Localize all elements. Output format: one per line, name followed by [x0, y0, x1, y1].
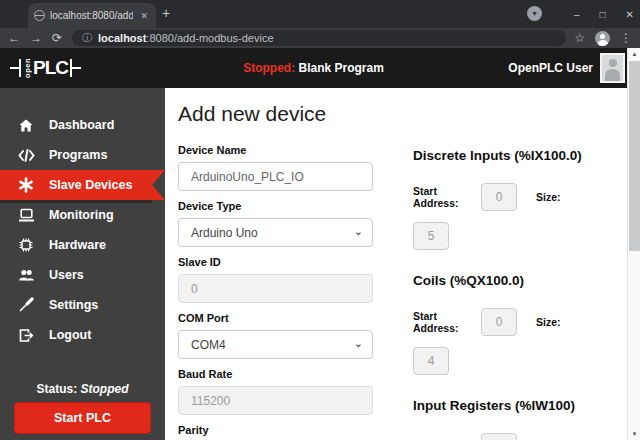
device-name-label: Device Name [178, 144, 373, 156]
device-type-select[interactable]: Arduino Uno ⌄ [178, 218, 373, 247]
discrete-inputs-row: Start Address: Size: [413, 183, 618, 211]
back-icon[interactable]: ← [8, 32, 20, 44]
app-header: open PLC Stopped: Blank Program OpenPLC … [0, 48, 627, 88]
reload-icon[interactable]: ⟳ [52, 32, 62, 44]
home-icon [17, 117, 35, 133]
sidebar-item-monitoring[interactable]: Monitoring [0, 200, 165, 230]
tool-icon [17, 297, 35, 313]
forward-icon[interactable]: → [30, 32, 42, 44]
slave-id-label: Slave ID [178, 256, 373, 268]
page-scrollbar[interactable]: ▲ ▼ [627, 48, 640, 440]
discrete-inputs-start-input [481, 183, 517, 211]
baud-rate-label: Baud Rate [178, 368, 373, 380]
sidebar-item-settings[interactable]: Settings [0, 290, 165, 320]
start-address-label: Start Address: [413, 310, 481, 334]
coils-start-input [481, 308, 517, 336]
sidebar-item-dashboard[interactable]: Dashboard [0, 110, 165, 140]
chevron-down-icon: ⌄ [354, 337, 363, 350]
code-icon [17, 147, 35, 163]
io-config-column: Discrete Inputs (%IX100.0) Start Address… [413, 148, 618, 440]
device-type-label: Device Type [178, 200, 373, 212]
globe-favicon-icon [34, 10, 45, 21]
baud-rate-input [178, 386, 373, 415]
device-form: Device Name Device Type Arduino Uno ⌄ Sl… [178, 144, 373, 440]
tab-title: localhost:8080/add-modbus-dev [50, 10, 133, 21]
size-label: Size: [536, 191, 561, 203]
start-plc-button[interactable]: Start PLC [14, 402, 151, 434]
discrete-inputs-title: Discrete Inputs (%IX100.0) [413, 148, 618, 163]
scroll-up-icon[interactable]: ▲ [628, 51, 640, 57]
url-text: localhost:8080/add-modbus-device [98, 32, 274, 44]
coils-title: Coils (%QX100.0) [413, 273, 618, 288]
maximize-button[interactable]: □ [600, 9, 606, 20]
input-registers-row [413, 433, 618, 440]
user-name: OpenPLC User [508, 61, 593, 75]
logout-icon [17, 327, 35, 343]
com-port-label: COM Port [178, 312, 373, 324]
scrollbar-thumb[interactable] [629, 61, 640, 251]
tab-search-icon[interactable]: ▾ [527, 6, 542, 21]
browser-tab[interactable]: localhost:8080/add-modbus-dev ✕ [28, 3, 156, 28]
page-title: Add new device [178, 102, 326, 126]
sidebar-item-hardware[interactable]: Hardware [0, 230, 165, 260]
sidebar-status-value: Stopped [81, 382, 129, 396]
sidebar-status: Status: Stopped [0, 382, 165, 396]
size-label: Size: [536, 316, 561, 328]
page-viewport: open PLC Stopped: Blank Program OpenPLC … [0, 48, 640, 440]
new-tab-button[interactable]: + [162, 6, 170, 20]
input-registers-start-input [481, 433, 517, 440]
sidebar: Dashboard Programs Slave Devices Monitor… [0, 88, 165, 440]
close-button[interactable]: ✕ [626, 9, 634, 20]
url-bar[interactable]: ⓘ localhost:8080/add-modbus-device [72, 30, 566, 46]
url-path: :8080/add-modbus-device [146, 32, 273, 44]
sidebar-item-logout[interactable]: Logout [0, 320, 165, 350]
asterisk-icon [17, 177, 35, 193]
address-toolbar: ← → ⟳ ⓘ localhost:8080/add-modbus-device… [0, 28, 640, 48]
sidebar-item-slave-devices[interactable]: Slave Devices [0, 170, 165, 200]
browser-window: localhost:8080/add-modbus-dev ✕ + ▾ – □ … [0, 0, 640, 440]
info-icon[interactable]: ⓘ [82, 31, 92, 45]
start-address-label: Start Address: [413, 185, 481, 209]
coils-row: Start Address: Size: [413, 308, 618, 336]
scroll-down-icon[interactable]: ▼ [628, 431, 640, 437]
tab-strip: localhost:8080/add-modbus-dev ✕ + ▾ – □ … [0, 0, 640, 28]
com-port-select[interactable]: COM4 ⌄ [178, 330, 373, 359]
coils-size-input [413, 347, 449, 375]
plc-status-label: Stopped: [243, 61, 295, 75]
parity-label: Parity [178, 424, 373, 436]
chip-icon [17, 237, 35, 253]
sidebar-item-programs[interactable]: Programs [0, 140, 165, 170]
chevron-down-icon: ⌄ [354, 225, 363, 238]
input-registers-title: Input Registers (%IW100) [413, 398, 618, 413]
sidebar-status-label: Status: [36, 382, 77, 396]
url-host: localhost [98, 32, 146, 44]
browser-menu-icon[interactable]: ⋮ [620, 31, 632, 45]
plc-status-program: Blank Program [298, 61, 383, 75]
main-content: Add new device Device Name Device Type A… [165, 88, 627, 440]
browser-profile-icon[interactable] [595, 31, 610, 46]
slave-id-input [178, 274, 373, 303]
bookmark-star-icon[interactable]: ☆ [574, 31, 585, 45]
minimize-button[interactable]: – [574, 9, 580, 20]
tab-close-icon[interactable]: ✕ [138, 10, 150, 22]
users-icon [17, 267, 35, 283]
user-avatar[interactable] [600, 53, 625, 83]
sidebar-item-users[interactable]: Users [0, 260, 165, 290]
discrete-inputs-size-input [413, 222, 449, 250]
laptop-icon [17, 207, 35, 223]
device-name-input[interactable] [178, 162, 373, 191]
